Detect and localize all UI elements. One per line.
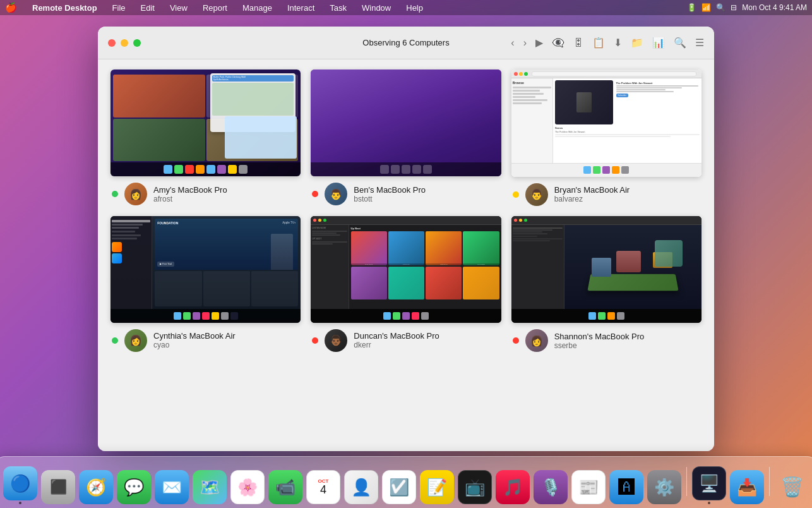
dock-app-reminders[interactable]: ☑️ <box>382 470 416 504</box>
menu-task[interactable]: Task <box>327 3 349 13</box>
computer-card-bryan: Browse <box>511 70 702 206</box>
video-cell-1 <box>113 75 205 118</box>
dock-app-systemprefs[interactable]: ⚙️ <box>647 470 681 504</box>
menu-help[interactable]: Help <box>403 3 426 13</box>
remotedesktop-icon: 🖥️ <box>699 475 719 492</box>
window-title: Observing 6 Computers <box>362 38 449 47</box>
dock-app-facetime[interactable]: 📹 <box>268 470 302 504</box>
computer-info-amy: 👩 Amy's MacBook Pro afrost <box>110 183 301 205</box>
avatar-bryan: 👨 <box>525 183 548 206</box>
mail-icon: ✉️ <box>162 479 182 495</box>
toolbar-report-icon[interactable]: 📊 <box>652 37 665 49</box>
dock-separator-2 <box>769 467 770 496</box>
launchpad-icon: ⬛ <box>50 480 67 494</box>
messages-icon: 💬 <box>124 479 144 495</box>
avatar-shannon: 👩 <box>525 329 548 352</box>
dock-app-remotedesktop[interactable]: 🖥️ <box>692 466 726 504</box>
computer-user-shannon: sserbe <box>554 341 645 350</box>
toolbar-back-icon[interactable]: ‹ <box>511 37 514 49</box>
main-window: Observing 6 Computers ‹ › ▶ 👁‍🗨 🎛 📋 ⬇ 📁 … <box>98 27 714 451</box>
menu-report[interactable]: Report <box>200 3 230 13</box>
dock-app-podcasts[interactable]: 🎙️ <box>534 470 568 504</box>
status-dot-shannon <box>513 337 519 344</box>
toolbar-menu-icon[interactable]: ☰ <box>695 37 704 49</box>
control-center-icon[interactable]: ⊟ <box>731 3 737 12</box>
menu-file[interactable]: File <box>110 3 128 13</box>
computer-name-info-shannon: Shannon's MacBook Pro sserbe <box>554 332 645 350</box>
window-minimize-button[interactable] <box>121 39 128 47</box>
screen-preview-shannon[interactable] <box>511 216 702 324</box>
dock-app-launchpad[interactable]: ⬛ <box>41 470 75 504</box>
menu-interact[interactable]: Interact <box>285 3 317 13</box>
computer-name-info-ben: Ben's MacBook Pro bstott <box>354 185 426 203</box>
computer-name-info-bryan: Bryan's MacBook Air balvarez <box>554 185 630 203</box>
menu-bar: 🍎 Remote Desktop File Edit View Report M… <box>0 0 812 15</box>
window-content: Butler Park: Public Climbing WallUplift … <box>98 59 714 451</box>
computer-user-amy: afrost <box>153 195 227 203</box>
dock-app-tv[interactable]: 📺 <box>458 470 492 504</box>
dock-app-airdrop[interactable]: 📥 <box>730 470 764 504</box>
window-toolbar: ‹ › ▶ 👁‍🗨 🎛 📋 ⬇ 📁 📊 🔍 ☰ <box>511 37 704 49</box>
screen-preview-ben[interactable] <box>311 70 501 176</box>
toolbar-curtain-icon[interactable]: 📋 <box>592 37 605 49</box>
toolbar-folder-icon[interactable]: 📁 <box>631 37 643 49</box>
news-icon: 📰 <box>578 479 599 495</box>
dock-app-photos[interactable]: 🌸 <box>230 470 265 504</box>
apple-logo-icon[interactable]: 🍎 <box>5 2 17 13</box>
computer-user-ben: bstott <box>354 195 426 203</box>
menu-manage[interactable]: Manage <box>240 3 275 13</box>
dock-app-trash[interactable]: 🗑️ <box>775 470 809 504</box>
menu-app-name[interactable]: Remote Desktop <box>30 3 100 13</box>
window-close-button[interactable] <box>108 39 116 47</box>
computer-name-info-cynthia: Cynthia's MacBook Air cyao <box>153 331 236 349</box>
dock-app-finder[interactable]: 🔵 <box>3 466 37 504</box>
toolbar-forward-icon[interactable]: › <box>523 37 527 49</box>
airdrop-icon: 📥 <box>737 479 757 495</box>
screen-preview-duncan[interactable]: Listen Now Up Next Up Next <box>311 216 501 323</box>
dock-app-safari[interactable]: 🧭 <box>79 470 113 504</box>
dock-app-music[interactable]: 🎵 <box>496 470 530 504</box>
toolbar-observe-icon[interactable]: 👁‍🗨 <box>552 37 564 49</box>
avatar-ben: 👨 <box>325 183 347 205</box>
dock-app-calendar[interactable]: OCT 4 <box>306 470 340 504</box>
menu-bar-right: 🔋 📶 🔍 ⊟ Mon Oct 4 9:41 AM <box>687 3 807 12</box>
screen-preview-amy[interactable]: Butler Park: Public Climbing WallUplift … <box>110 70 301 176</box>
notes-icon: 📝 <box>427 479 447 495</box>
toolbar-search-icon[interactable]: 🔍 <box>674 37 686 49</box>
window-maximize-button[interactable] <box>133 39 141 47</box>
video-cell-3 <box>113 119 205 162</box>
menu-edit[interactable]: Edit <box>138 3 157 13</box>
computer-card-amy: Butler Park: Public Climbing WallUplift … <box>110 70 301 206</box>
dock-app-maps[interactable]: 🗺️ <box>193 470 227 504</box>
toolbar-play-icon[interactable]: ▶ <box>535 37 543 49</box>
computer-info-ben: 👨 Ben's MacBook Pro bstott <box>311 183 501 205</box>
toolbar-control-icon[interactable]: 🎛 <box>573 37 583 49</box>
photos-icon: 🌸 <box>237 479 258 495</box>
dock-app-contacts[interactable]: 👤 <box>344 470 378 504</box>
computer-info-cynthia: 👩 Cynthia's MacBook Air cyao <box>110 329 301 352</box>
tv-icon: 📺 <box>465 479 485 495</box>
screen-preview-cynthia[interactable]: FOUNDATION Apple TV+ ▶ Free Trial <box>110 216 301 323</box>
search-icon[interactable]: 🔍 <box>716 3 725 12</box>
safari-icon: 🧭 <box>86 479 106 495</box>
computer-name-shannon: Shannon's MacBook Pro <box>554 332 645 341</box>
status-dot-cynthia <box>112 337 118 344</box>
menu-view[interactable]: View <box>167 3 190 13</box>
dock-app-notes[interactable]: 📝 <box>420 470 454 504</box>
maps-icon: 🗺️ <box>200 479 220 495</box>
dock-app-messages[interactable]: 💬 <box>117 470 151 504</box>
dock-app-appstore[interactable]: 🅰 <box>609 470 643 504</box>
screen-preview-bryan[interactable]: Browse <box>511 70 702 177</box>
dock-app-mail[interactable]: ✉️ <box>155 470 189 504</box>
computer-user-cynthia: cyao <box>153 341 236 349</box>
menu-window[interactable]: Window <box>359 3 393 13</box>
avatar-cynthia: 👩 <box>124 329 147 352</box>
wifi-icon: 📶 <box>702 3 711 12</box>
avatar-amy: 👩 <box>124 183 147 205</box>
computer-card-cynthia: FOUNDATION Apple TV+ ▶ Free Trial <box>110 216 301 353</box>
systemprefs-icon: ⚙️ <box>654 479 674 495</box>
toolbar-copy-icon[interactable]: ⬇ <box>614 37 622 49</box>
finder-dot <box>19 502 21 504</box>
dock-app-news[interactable]: 📰 <box>571 470 606 504</box>
dock: 🔵 ⬛ 🧭 💬 ✉️ 🗺️ 🌸 <box>0 456 812 508</box>
